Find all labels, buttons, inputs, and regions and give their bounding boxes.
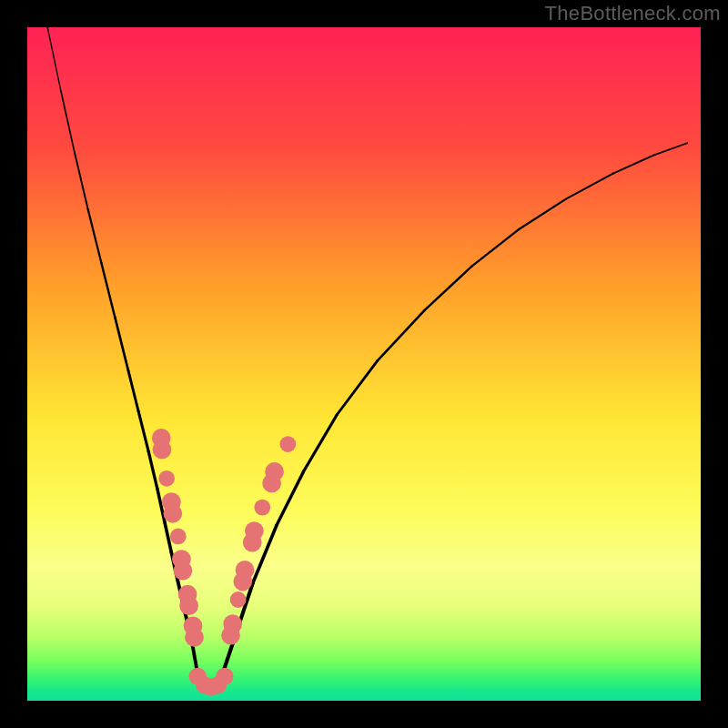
data-marker <box>185 628 204 647</box>
data-marker <box>265 462 284 481</box>
data-marker <box>280 436 297 452</box>
chart-frame: TheBottleneck.com <box>0 0 728 728</box>
data-marker <box>179 596 198 615</box>
data-marker <box>174 561 193 581</box>
data-marker <box>223 614 242 633</box>
data-marker <box>163 504 182 523</box>
data-marker <box>254 500 270 516</box>
gradient-background <box>27 27 701 701</box>
data-marker <box>158 470 175 487</box>
data-marker <box>245 521 264 541</box>
data-marker <box>170 529 187 545</box>
data-marker <box>236 561 255 580</box>
data-marker <box>153 440 172 460</box>
plot-area <box>27 27 701 701</box>
chart-svg <box>27 27 701 701</box>
data-marker <box>216 668 233 685</box>
watermark-label: TheBottleneck.com <box>545 2 721 25</box>
data-marker <box>230 592 247 608</box>
